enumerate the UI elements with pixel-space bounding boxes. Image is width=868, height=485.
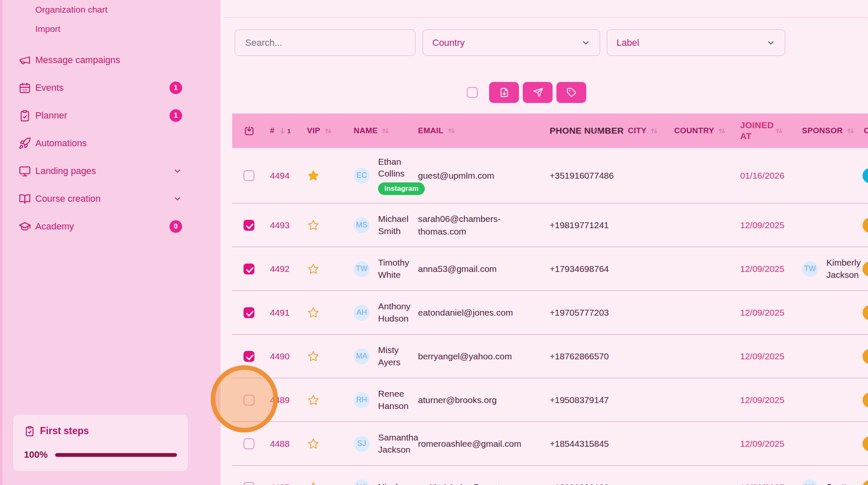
rocket-icon (19, 137, 31, 150)
contact-last-name: White (378, 269, 409, 281)
row-id-link[interactable]: 4489 (270, 395, 290, 405)
book-open-icon (19, 192, 31, 205)
row-id-link[interactable]: 4493 (270, 220, 290, 230)
sidebar-item-import[interactable]: Import (0, 19, 221, 39)
table-row[interactable]: 4492 TW Timothy White anna53@gmail.com +… (232, 247, 868, 291)
cell-truncated (864, 436, 868, 451)
cell-joined-at: 12/09/2025 (734, 395, 793, 405)
cell-vip (301, 219, 336, 232)
col-header-id[interactable]: # 1 (262, 126, 301, 135)
sort-icon (843, 127, 855, 135)
col-header-name[interactable]: NAME (336, 126, 415, 135)
vip-star-icon[interactable] (307, 219, 320, 232)
cell-phone: +18762866570 (542, 351, 617, 361)
sidebar-item-course-creation[interactable]: Course creation (0, 185, 221, 213)
table-row[interactable]: 4490 MA Misty Ayers berryangel@yahoo.com… (232, 335, 868, 378)
cell-vip (301, 169, 336, 182)
cell-phone: +18990226186 (542, 482, 617, 485)
sort-icon (588, 127, 600, 135)
vip-star-icon[interactable] (307, 263, 320, 275)
send-icon (532, 87, 543, 98)
chevron-down-icon (766, 38, 775, 47)
sort-icon (771, 127, 783, 135)
col-header-truncated[interactable]: C (864, 126, 868, 135)
first-steps-card[interactable]: First steps 100% (13, 414, 188, 472)
table-row[interactable]: 4493 MS Michael Smith sarah06@chambers- … (232, 203, 868, 247)
row-id-link[interactable]: 4494 (270, 171, 290, 181)
row-checkbox[interactable] (243, 264, 254, 274)
sidebar-item-landing-pages[interactable]: Landing pages (0, 157, 221, 185)
app-window: Organization chart Import Message campai… (0, 0, 868, 485)
bulk-actions-bar (467, 82, 590, 103)
select-all-checkbox[interactable] (467, 87, 478, 98)
vip-star-icon[interactable] (307, 481, 320, 485)
row-checkbox[interactable] (243, 482, 254, 485)
source-badge: Instagram (378, 182, 425, 195)
table-row[interactable]: 4491 AH Anthony Hudson eatondaniel@jones… (232, 291, 868, 335)
sort-priority-label: 1 (287, 127, 291, 134)
row-checkbox[interactable] (243, 220, 254, 231)
email-text: romeroashlee@gmail.com (418, 438, 521, 450)
country-filter-select[interactable]: Country (423, 29, 600, 56)
vip-star-icon[interactable] (307, 438, 320, 450)
contact-last-name: Hanson (378, 400, 408, 412)
megaphone-icon (19, 54, 31, 66)
vip-star-icon[interactable] (307, 350, 320, 363)
toolbar-divider (223, 17, 868, 18)
row-id-link[interactable]: 4488 (270, 439, 290, 449)
export-button[interactable] (489, 82, 519, 103)
contact-last-name: Hudson (378, 313, 410, 324)
col-header-joined-at[interactable]: JOINED AT (734, 120, 793, 142)
cell-email: anna53@gmail.com (415, 263, 542, 275)
vip-star-icon[interactable] (307, 394, 320, 406)
col-header-vip[interactable]: VIP (301, 126, 336, 135)
vip-star-icon[interactable] (307, 169, 320, 182)
row-id-link[interactable]: 4490 (270, 351, 290, 361)
sidebar-item-label: Course creation (35, 193, 101, 204)
sidebar: Organization chart Import Message campai… (0, 0, 222, 485)
label-filter-select[interactable]: Label (607, 29, 785, 56)
sidebar-item-planner[interactable]: Planner 1 (0, 102, 221, 129)
row-checkbox[interactable] (243, 395, 254, 406)
sidebar-item-automations[interactable]: Automations (0, 129, 221, 157)
email-text: aturner@brooks.org (418, 394, 497, 406)
row-checkbox[interactable] (243, 170, 254, 181)
chevron-down-icon (173, 166, 182, 176)
col-header-email[interactable]: EMAIL (415, 126, 542, 135)
vip-star-icon[interactable] (307, 306, 320, 319)
row-checkbox[interactable] (243, 351, 254, 362)
cell-select (232, 264, 262, 274)
assign-label-button[interactable] (556, 82, 586, 103)
cell-select (232, 438, 262, 449)
cell-vip (301, 438, 336, 450)
cell-id: 4488 (262, 439, 301, 449)
row-checkbox[interactable] (243, 307, 254, 318)
chevron-down-icon (173, 194, 182, 203)
col-header-country[interactable]: COUNTRY (663, 126, 734, 135)
table-row[interactable]: 4487 NA Nicole smithnicholas@montgomery-… (232, 466, 868, 485)
col-header-select[interactable] (232, 125, 262, 137)
table-row[interactable]: 4488 SJ Samantha Jackson romeroashlee@gm… (232, 422, 868, 466)
sidebar-item-academy[interactable]: Academy 0 (0, 213, 221, 240)
row-id-link[interactable]: 4492 (270, 264, 290, 274)
table-row[interactable]: 4489 RH Renee Hanson aturner@brooks.org … (232, 378, 868, 422)
send-message-button[interactable] (523, 82, 553, 103)
sidebar-item-message-campaigns[interactable]: Message campaigns (0, 46, 221, 74)
row-checkbox[interactable] (243, 438, 254, 449)
chevron-down-icon (581, 38, 590, 47)
contact-avatar: RH (354, 392, 370, 408)
contact-last-name: Smith (378, 225, 408, 237)
row-id-link[interactable]: 4487 (270, 482, 290, 485)
sidebar-item-organization-chart[interactable]: Organization chart (0, 0, 221, 19)
cell-email: aturner@brooks.org (415, 394, 542, 406)
sidebar-item-events[interactable]: Events 1 (0, 74, 221, 102)
sidebar-item-label: Events (35, 82, 64, 93)
col-header-phone[interactable]: PHONE NUMBER (542, 125, 617, 136)
email-text: smithnicholas@montgomery- (418, 481, 532, 485)
col-header-city[interactable]: CITY (617, 126, 663, 135)
table-row[interactable]: 4494 EC Ethan Collins Instagram guest@up… (232, 148, 868, 203)
row-id-link[interactable]: 4491 (270, 308, 290, 318)
search-input[interactable] (235, 29, 415, 56)
col-header-sponsor[interactable]: SPONSOR (793, 126, 864, 135)
email-text: sarah06@chambers- (418, 213, 500, 225)
